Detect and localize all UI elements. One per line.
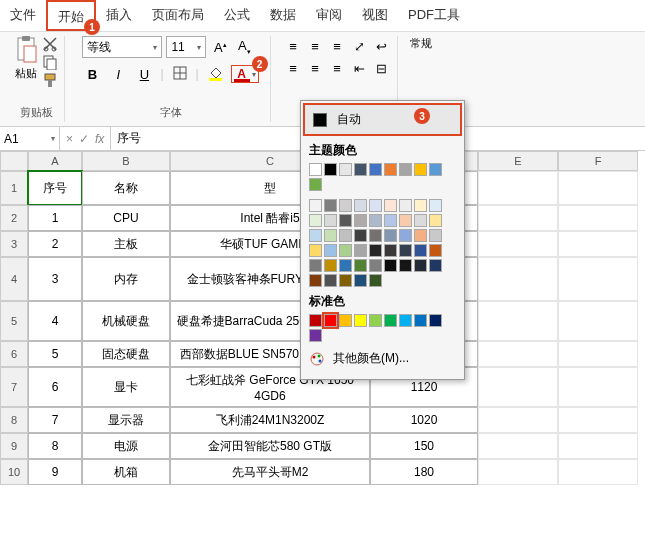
col-header-E[interactable]: E: [478, 151, 558, 171]
cell[interactable]: [558, 341, 638, 367]
color-swatch[interactable]: [339, 163, 352, 176]
color-swatch[interactable]: [399, 244, 412, 257]
cell[interactable]: 5: [28, 341, 82, 367]
color-swatch[interactable]: [339, 244, 352, 257]
cell[interactable]: [558, 171, 638, 205]
color-swatch[interactable]: [384, 199, 397, 212]
align-top-button[interactable]: ≡: [283, 36, 303, 56]
color-swatch[interactable]: [369, 214, 382, 227]
color-swatch[interactable]: [384, 314, 397, 327]
underline-button[interactable]: U: [134, 64, 154, 84]
row-header[interactable]: 1: [0, 171, 28, 205]
cell[interactable]: [478, 231, 558, 257]
color-swatch[interactable]: [399, 229, 412, 242]
cell[interactable]: 6: [28, 367, 82, 407]
cell[interactable]: 9: [28, 459, 82, 485]
menu-data[interactable]: 数据: [260, 0, 306, 31]
cell[interactable]: 电源: [82, 433, 170, 459]
select-all-corner[interactable]: [0, 151, 28, 171]
paste-button[interactable]: 粘贴: [14, 36, 38, 88]
cell[interactable]: [478, 407, 558, 433]
color-swatch[interactable]: [324, 163, 337, 176]
row-header[interactable]: 9: [0, 433, 28, 459]
color-swatch[interactable]: [309, 214, 322, 227]
cell[interactable]: [558, 433, 638, 459]
menu-file[interactable]: 文件: [0, 0, 46, 31]
col-header-A[interactable]: A: [28, 151, 82, 171]
cell[interactable]: 180: [370, 459, 478, 485]
color-swatch[interactable]: [354, 259, 367, 272]
grow-font-button[interactable]: A▴: [210, 37, 230, 57]
color-swatch[interactable]: [354, 199, 367, 212]
cell[interactable]: 机箱: [82, 459, 170, 485]
color-swatch[interactable]: [369, 274, 382, 287]
align-left-button[interactable]: ≡: [283, 58, 303, 78]
indent-dec-button[interactable]: ⇤: [349, 58, 369, 78]
cell[interactable]: 7: [28, 407, 82, 433]
color-swatch[interactable]: [309, 244, 322, 257]
cell[interactable]: 机械硬盘: [82, 301, 170, 341]
cell[interactable]: 1020: [370, 407, 478, 433]
italic-button[interactable]: I: [108, 64, 128, 84]
color-swatch[interactable]: [384, 259, 397, 272]
color-swatch[interactable]: [339, 274, 352, 287]
row-header[interactable]: 4: [0, 257, 28, 301]
cell[interactable]: 金河田智能芯580 GT版: [170, 433, 370, 459]
cell[interactable]: [558, 301, 638, 341]
color-swatch[interactable]: [414, 163, 427, 176]
color-swatch[interactable]: [339, 214, 352, 227]
cell[interactable]: 主板: [82, 231, 170, 257]
cancel-icon[interactable]: ×: [66, 132, 73, 146]
color-swatch[interactable]: [324, 199, 337, 212]
color-swatch[interactable]: [324, 214, 337, 227]
cell[interactable]: [478, 301, 558, 341]
color-swatch[interactable]: [309, 163, 322, 176]
cell[interactable]: 固态硬盘: [82, 341, 170, 367]
menu-home[interactable]: 开始 1: [46, 0, 96, 31]
cell[interactable]: [478, 459, 558, 485]
color-swatch[interactable]: [429, 199, 442, 212]
col-header-B[interactable]: B: [82, 151, 170, 171]
cell[interactable]: [558, 231, 638, 257]
color-swatch[interactable]: [384, 229, 397, 242]
align-right-button[interactable]: ≡: [327, 58, 347, 78]
cell[interactable]: [478, 205, 558, 231]
align-middle-button[interactable]: ≡: [305, 36, 325, 56]
cell[interactable]: [558, 407, 638, 433]
cell[interactable]: [478, 433, 558, 459]
cell[interactable]: 序号: [28, 171, 82, 205]
bold-button[interactable]: B: [82, 64, 102, 84]
borders-button[interactable]: [170, 64, 190, 84]
row-header[interactable]: 5: [0, 301, 28, 341]
cell[interactable]: 内存: [82, 257, 170, 301]
cell[interactable]: [478, 341, 558, 367]
menu-view[interactable]: 视图: [352, 0, 398, 31]
color-swatch[interactable]: [324, 314, 337, 327]
row-header[interactable]: 10: [0, 459, 28, 485]
align-center-button[interactable]: ≡: [305, 58, 325, 78]
color-swatch[interactable]: [354, 244, 367, 257]
cell[interactable]: 显卡: [82, 367, 170, 407]
color-swatch[interactable]: [309, 259, 322, 272]
format-painter-icon[interactable]: [42, 72, 58, 88]
color-swatch[interactable]: [324, 259, 337, 272]
color-swatch[interactable]: [339, 259, 352, 272]
color-swatch[interactable]: [369, 244, 382, 257]
cell[interactable]: 3: [28, 257, 82, 301]
color-swatch[interactable]: [429, 259, 442, 272]
color-swatch[interactable]: [429, 163, 442, 176]
color-swatch[interactable]: [384, 163, 397, 176]
cell[interactable]: 150: [370, 433, 478, 459]
row-header[interactable]: 8: [0, 407, 28, 433]
color-swatch[interactable]: [414, 214, 427, 227]
font-family-select[interactable]: 等线 ▾: [82, 36, 162, 58]
color-swatch[interactable]: [414, 259, 427, 272]
color-swatch[interactable]: [399, 259, 412, 272]
name-box[interactable]: A1 ▾: [0, 127, 60, 150]
row-header[interactable]: 7: [0, 367, 28, 407]
color-swatch[interactable]: [369, 163, 382, 176]
color-swatch[interactable]: [414, 229, 427, 242]
color-swatch[interactable]: [429, 214, 442, 227]
color-swatch[interactable]: [309, 329, 322, 342]
color-swatch[interactable]: [309, 314, 322, 327]
